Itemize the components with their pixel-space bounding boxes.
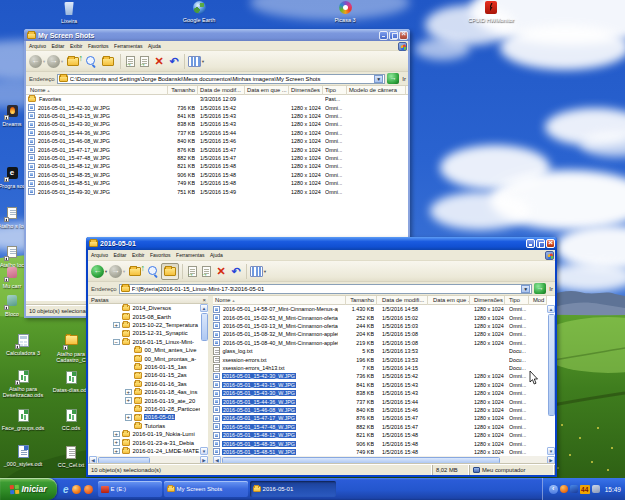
- column-header-4[interactable]: Dimensões: [472, 296, 505, 305]
- tree-hscroll-left[interactable]: ◀: [89, 456, 97, 464]
- window1-minimize-button[interactable]: [379, 31, 388, 40]
- tree-hscroll-thumb[interactable]: [98, 457, 150, 464]
- menu-editar[interactable]: Editar: [113, 252, 126, 258]
- desktop-icon-lixeira[interactable]: Lixeira: [45, 1, 93, 24]
- column-header-nome[interactable]: Nome ▲: [213, 296, 346, 305]
- tray-blue-icon[interactable]: [570, 485, 578, 493]
- menu-exibir[interactable]: Exibir: [132, 252, 145, 258]
- column-header-2[interactable]: Data de modif...: [198, 86, 245, 95]
- window2-go-button[interactable]: →: [534, 283, 546, 294]
- undo-button[interactable]: ↶: [167, 55, 181, 67]
- list-hscrollbar[interactable]: ◀ ▶: [213, 456, 555, 464]
- window2-titlebar[interactable]: 2016-05-01: [86, 237, 557, 250]
- move-to-button[interactable]: →: [186, 266, 199, 277]
- menu-favoritos[interactable]: Favoritos: [88, 43, 109, 49]
- desktop-icon--000-styles-odt[interactable]: _000_styles.odt: [0, 444, 47, 467]
- up-button[interactable]: ↑: [65, 57, 81, 66]
- window2-address-combo[interactable]: F:\[Byteria]2016-01-15_Linux-Mint-17-3\2…: [119, 284, 533, 294]
- file-row[interactable]: 2016-05-01_15-47-48_W.JPG882 KB1/5/2016 …: [26, 154, 408, 162]
- file-row[interactable]: xsession-errors.txt196 KB1/5/2016 13:53D…: [213, 355, 547, 363]
- tree-item-2015-10-22-temperatura[interactable]: +2015-10-22_Temperatura: [113, 321, 199, 329]
- file-row[interactable]: 2016-05-01_15-48-35_W.JPG906 KB1/5/2016 …: [26, 171, 408, 179]
- desktop-icon-cpuid-hwmonitor[interactable]: CPUID HWMonitor: [467, 0, 515, 23]
- file-row[interactable]: glass_log.txt5 KB1/5/2016 13:53Docu...: [213, 347, 547, 355]
- temperature-badge[interactable]: 44: [580, 485, 590, 494]
- file-row[interactable]: 2016-05-01_15-43-15_W.JPG841 KB1/5/2016 …: [26, 112, 408, 120]
- back-button[interactable]: ←▼: [29, 55, 46, 68]
- tree-item-2016-01-18-4as-ins[interactable]: +2016-01-18_4as_ins: [125, 388, 198, 396]
- copy-to-button[interactable]: →: [138, 56, 151, 67]
- list-scroll-down[interactable]: ▼: [547, 447, 555, 455]
- move-to-button[interactable]: →: [124, 56, 137, 67]
- file-row[interactable]: 2016-05-01_15-44-36_W.JPG737 KB1/5/2016 …: [26, 129, 408, 137]
- desktop-icon-google-earth[interactable]: Google Earth: [175, 0, 223, 23]
- file-row[interactable]: 2016-05-01_15-48-12_W.JPG821 KB1/5/2016 …: [213, 431, 547, 439]
- tree-item-00-mint-prontas-a-[interactable]: 00_Mint_prontas_a-: [125, 354, 197, 362]
- start-button[interactable]: Iniciar: [0, 478, 57, 500]
- tree-item-2016-01-23-a-31-debia[interactable]: +2016-01-23-a-31_Debia: [113, 438, 195, 446]
- column-header-5[interactable]: Tipo: [507, 296, 529, 305]
- tree-scroll-down[interactable]: ▼: [200, 447, 208, 455]
- tree-item-2016-01-28-particoes[interactable]: 2016-01-28_Particoes: [125, 405, 200, 413]
- views-button[interactable]: ▼: [250, 266, 267, 277]
- menu-ajuda[interactable]: Ajuda: [210, 252, 223, 258]
- browser-icon[interactable]: [84, 485, 93, 494]
- list-hscroll-right[interactable]: ▶: [547, 456, 555, 464]
- column-header-3[interactable]: Data em que ...: [245, 86, 289, 95]
- delete-button[interactable]: ✕: [214, 265, 228, 278]
- tree-item-2016-05-01[interactable]: +2016-05-01: [125, 413, 175, 421]
- taskbar-button-e-e-[interactable]: E (E:): [98, 481, 162, 497]
- file-row[interactable]: Favorites3/3/2016 12:09Past...: [26, 95, 408, 103]
- window2-close-button[interactable]: [546, 239, 555, 248]
- tray-gray-icon[interactable]: [592, 485, 600, 493]
- copy-to-button[interactable]: →: [200, 266, 213, 277]
- column-header-5[interactable]: Tipo: [323, 86, 347, 95]
- file-row[interactable]: 2016-05-01_15-43-30_W.JPG838 KB1/5/2016 …: [26, 120, 408, 128]
- window2-maximize-button[interactable]: [536, 239, 545, 248]
- window1-address-combo[interactable]: C:\Documents and Settings\Jorge Bodanski…: [57, 74, 386, 84]
- up-button[interactable]: ↑: [127, 267, 143, 276]
- tray-orange-icon[interactable]: [560, 485, 568, 493]
- delete-button[interactable]: ✕: [152, 55, 166, 68]
- menu-exibir[interactable]: Exibir: [70, 43, 83, 49]
- column-header-nome[interactable]: Nome ▲: [28, 86, 168, 95]
- menu-arquivo[interactable]: Arquivo: [91, 252, 108, 258]
- column-header-1[interactable]: Tamanho: [168, 86, 198, 95]
- firefox-icon[interactable]: [72, 485, 81, 494]
- window2-address-dropdown[interactable]: ▼: [521, 285, 530, 293]
- column-header-2[interactable]: Data de modifi...: [380, 296, 428, 305]
- taskbar-button-2016-05-01[interactable]: 2016-05-01: [250, 481, 336, 497]
- menu-arquivo[interactable]: Arquivo: [29, 43, 46, 49]
- forward-button[interactable]: →▼: [47, 55, 64, 68]
- undo-button[interactable]: ↶: [229, 265, 243, 277]
- views-button[interactable]: ▼: [188, 56, 205, 67]
- menu-ajuda[interactable]: Ajuda: [148, 43, 161, 49]
- file-row[interactable]: 2016-05-01_15-47-17_W.JPG876 KB1/5/2016 …: [213, 414, 547, 422]
- tree-scroll-thumb[interactable]: [201, 313, 208, 341]
- list-hscroll-thumb[interactable]: [222, 457, 500, 464]
- window1-close-button[interactable]: [399, 31, 408, 40]
- tree-item-00-mint-antes-live[interactable]: 00_Mint_antes_Live: [125, 346, 197, 354]
- file-row[interactable]: 2016-05-01_15-47-48_W.JPG882 KB1/5/2016 …: [213, 423, 547, 431]
- forward-button[interactable]: →▼: [109, 265, 126, 278]
- tree-item-2016-01-19-ate-20[interactable]: +2016-01-19_ate_20: [125, 396, 196, 404]
- window1-maximize-button[interactable]: [389, 31, 398, 40]
- tree-scroll-up[interactable]: ▲: [200, 304, 208, 312]
- tree-item-2016-01-19-nokia-lumi[interactable]: +2016-01-19_Nokia-Lumi: [113, 430, 196, 438]
- desktop-icon-face-groups-ods[interactable]: Face_groups.ods: [0, 408, 47, 431]
- file-row[interactable]: 2016-05-01_15-43-15_W.JPG841 KB1/5/2016 …: [213, 381, 547, 389]
- file-row[interactable]: 2016-05-01_15-43-30_W.JPG838 KB1/5/2016 …: [213, 389, 547, 397]
- file-row[interactable]: 2016-05-01_15-08-32_M_Mint-Cinnamon-appl…: [213, 330, 547, 338]
- tree-item-2016-01-15-2as[interactable]: 2016-01-15_2as: [125, 371, 188, 379]
- menu-editar[interactable]: Editar: [51, 43, 64, 49]
- menu-ferramentas[interactable]: Ferramentas: [114, 43, 142, 49]
- file-row[interactable]: 2016-05-01_15-48-35_W.JPG906 KB1/5/2016 …: [213, 439, 547, 447]
- menu-ferramentas[interactable]: Ferramentas: [176, 252, 204, 258]
- file-row[interactable]: 2016-05-01_15-02-53_M_Mint-Cinnamon-ofer…: [213, 313, 547, 321]
- file-row[interactable]: 2016-05-01_15-03-13_M_Mint-Cinnamon-ofer…: [213, 322, 547, 330]
- tree-item-tutorias[interactable]: Tutorias: [125, 422, 166, 430]
- tree-item-2014-diversos[interactable]: 2014_Diversos: [113, 304, 172, 312]
- window1-address-dropdown[interactable]: ▼: [374, 75, 383, 83]
- search-button[interactable]: [82, 55, 98, 68]
- folders-button[interactable]: [161, 263, 179, 280]
